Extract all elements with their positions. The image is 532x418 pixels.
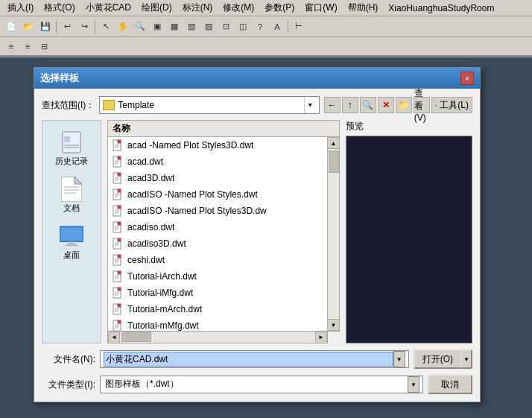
svg-rect-75 [118, 304, 121, 307]
hscroll-right-button[interactable]: ► [315, 332, 327, 343]
file-item[interactable]: Tutorial-iMfg.dwt [108, 285, 327, 301]
cancel-button[interactable]: 取消 [428, 375, 472, 394]
toolbar2-b3[interactable]: ⊟ [36, 38, 52, 54]
toolbar-b2[interactable]: ▦ [166, 19, 183, 35]
toolbar2-b2[interactable]: ≡ [19, 38, 36, 54]
svg-rect-27 [118, 173, 121, 176]
horizontal-scrollbar[interactable]: ◄ ► [107, 332, 328, 343]
toolbar-pan[interactable]: ✋ [115, 19, 131, 35]
toolbar-redo[interactable]: ↪ [76, 19, 92, 35]
file-item[interactable]: acadISO -Named Plot Styles.dwt [108, 186, 327, 203]
file-item[interactable]: Tutorial-mMfg.dwt [108, 317, 327, 332]
sidebar-item-desktop[interactable]: 桌面 [46, 221, 97, 265]
toolbar-b7[interactable]: A [269, 19, 285, 35]
lookin-row: 查找范围(I)： Template ▼ ← ↑ 🔍 ✕ 📁 查看(V) · 工具… [42, 96, 472, 114]
toolbar-b4[interactable]: ▨ [200, 19, 217, 35]
svg-rect-1 [64, 136, 70, 142]
toolbar-b6[interactable]: ◫ [235, 19, 251, 35]
toolbar-help[interactable]: ? [252, 19, 268, 35]
toolbar2-b1[interactable]: ≡ [3, 38, 19, 54]
file-item[interactable]: acadiso3D.dwt [108, 235, 327, 252]
toolbar-undo[interactable]: ↩ [59, 19, 75, 35]
filetype-combo[interactable]: 图形样板（*.dwt） ▼ [100, 376, 423, 393]
open-button-group[interactable]: 打开(O) ▼ [414, 349, 472, 369]
file-item-name: Tutorial-mMfg.dwt [127, 320, 199, 331]
filetype-dropdown-arrow[interactable]: ▼ [408, 376, 419, 393]
lookin-combo[interactable]: Template ▼ [99, 96, 319, 114]
menu-cad[interactable]: 小黄花CAD [81, 0, 136, 16]
toolbar-b5[interactable]: ⊡ [218, 19, 234, 35]
dialog-close-button[interactable]: × [460, 72, 474, 85]
toolbar-zoom[interactable]: 🔍 [132, 19, 148, 35]
file-item-icon [113, 189, 124, 200]
menu-params[interactable]: 参数(P) [260, 0, 299, 16]
nav-up-button[interactable]: ↑ [342, 97, 358, 113]
toolbar-b1[interactable]: ▣ [149, 19, 165, 35]
filename-combo[interactable]: 小黄花CAD.dwt ▼ [100, 350, 409, 368]
file-item[interactable]: Tutorial-iArch.dwt [108, 268, 327, 285]
hscroll-track [120, 332, 315, 343]
lookin-combo-arrow-icon[interactable]: ▼ [304, 97, 316, 113]
nav-search-button[interactable]: 🔍 [360, 97, 376, 113]
sidebar-item-history[interactable]: 历史记录 [46, 127, 97, 171]
open-dropdown-button[interactable]: ▼ [460, 349, 472, 369]
file-item[interactable]: ceshi.dwt [108, 252, 327, 268]
file-item-name: acadiso3D.dwt [127, 238, 186, 249]
nav-back-button[interactable]: ← [324, 97, 341, 113]
dialog-titlebar[interactable]: 选择样板 × [34, 68, 480, 89]
hscroll-left-button[interactable]: ◄ [108, 332, 120, 343]
file-item[interactable]: acad.dwt [108, 153, 327, 170]
toolbar-open[interactable]: 📂 [20, 19, 37, 35]
file-item[interactable]: acad -Named Plot Styles3D.dwt [108, 137, 327, 153]
open-button[interactable]: 打开(O) [414, 349, 460, 369]
file-item-name: acadISO -Named Plot Styles3D.dw [127, 206, 267, 216]
vertical-scrollbar[interactable]: ▲ ▼ [328, 136, 340, 332]
scroll-down-button[interactable]: ▼ [328, 319, 340, 331]
nav-view-button[interactable]: 查看(V) [414, 97, 430, 113]
nav-newfolder-button[interactable]: 📁 [396, 97, 412, 113]
svg-rect-33 [118, 189, 121, 192]
menu-insert[interactable]: 插入(I) [3, 0, 38, 16]
file-item[interactable]: Tutorial-mArch.dwt [108, 301, 327, 317]
filename-dropdown-arrow[interactable]: ▼ [393, 351, 405, 367]
menu-help[interactable]: 帮助(H) [343, 0, 383, 16]
svg-rect-45 [118, 222, 121, 225]
file-item-icon [113, 172, 124, 184]
toolbar-sep-3 [288, 20, 288, 34]
dialog-title: 选择样板 [40, 72, 79, 85]
hscroll-thumb[interactable] [121, 332, 151, 342]
scroll-thumb[interactable] [329, 151, 339, 173]
toolbar-measure[interactable]: ⊢ [291, 19, 307, 35]
svg-rect-39 [118, 206, 121, 209]
nav-delete-button[interactable]: ✕ [378, 97, 394, 113]
menu-studyroom[interactable]: XiaoHuanghuaStudyRoom [384, 1, 498, 15]
file-item[interactable]: acadISO -Named Plot Styles3D.dw [108, 203, 327, 219]
sidebar-documents-label: 文档 [63, 203, 80, 214]
menu-window[interactable]: 窗口(W) [300, 0, 341, 16]
menu-format[interactable]: 格式(O) [39, 0, 79, 16]
svg-marker-5 [75, 177, 82, 184]
file-item-icon [113, 287, 124, 299]
toolbar-cursor[interactable]: ↖ [98, 19, 114, 35]
toolbar-2: ≡ ≡ ⊟ [0, 37, 532, 57]
file-item[interactable]: acadiso.dwt [108, 219, 327, 235]
toolbar-save[interactable]: 💾 [37, 19, 54, 35]
file-item[interactable]: acad3D.dwt [108, 170, 327, 186]
file-item-name: Tutorial-iArch.dwt [127, 271, 197, 282]
menu-draw[interactable]: 绘图(D) [137, 0, 177, 16]
sidebar-item-documents[interactable]: 文档 [46, 174, 97, 218]
scroll-up-button[interactable]: ▲ [328, 137, 340, 149]
toolbar-b3[interactable]: ▧ [183, 19, 200, 35]
nav-tools-button[interactable]: · 工具(L) [431, 97, 472, 113]
toolbar-new[interactable]: 📄 [3, 19, 19, 35]
app-background: 插入(I) 格式(O) 小黄花CAD 绘图(D) 标注(N) 修改(M) 参数(… [0, 0, 532, 418]
toolbar-1: 📄 📂 💾 ↩ ↪ ↖ ✋ 🔍 ▣ ▦ ▧ ▨ ⊡ ◫ ? A ⊢ [0, 16, 532, 37]
preview-label: 预览 [346, 120, 472, 136]
file-list[interactable]: acad -Named Plot Styles3D.dwt acad.dwt a… [107, 136, 328, 332]
filename-input[interactable]: 小黄花CAD.dwt [104, 352, 393, 367]
menu-annotation[interactable]: 标注(N) [178, 0, 218, 16]
svg-rect-15 [118, 140, 121, 143]
menu-modify[interactable]: 修改(M) [218, 0, 259, 16]
file-item-icon [113, 205, 124, 217]
file-item-icon [113, 139, 124, 151]
